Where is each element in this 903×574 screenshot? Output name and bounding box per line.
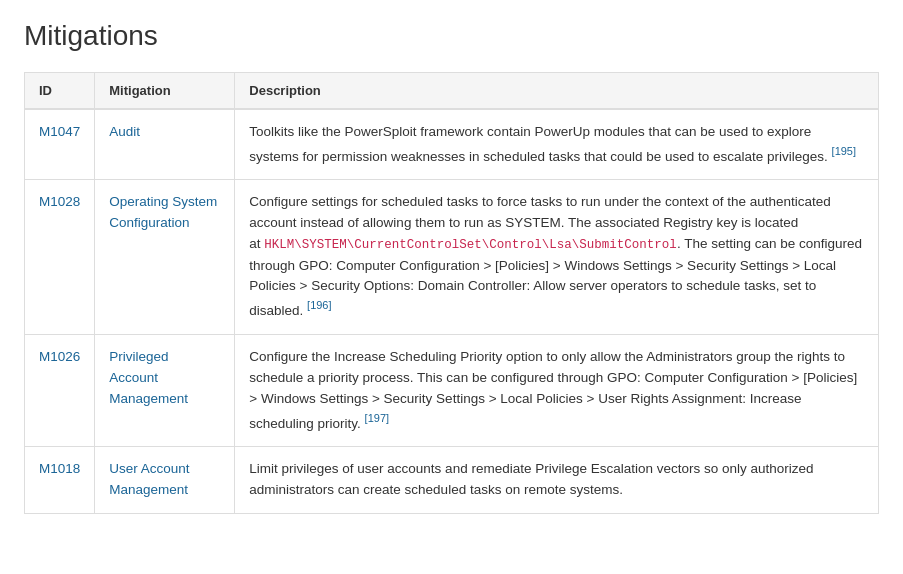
id-link[interactable]: M1018 (39, 461, 80, 476)
col-header-id: ID (25, 73, 95, 110)
page-title: Mitigations (24, 20, 879, 52)
reference: [196] (307, 299, 331, 311)
table-row: M1018User Account ManagementLimit privil… (25, 447, 879, 514)
table-header-row: ID Mitigation Description (25, 73, 879, 110)
mitigation-link[interactable]: Privileged Account Management (109, 349, 188, 406)
mitigations-table: ID Mitigation Description M1047AuditTool… (24, 72, 879, 514)
col-header-description: Description (235, 73, 879, 110)
id-link[interactable]: M1028 (39, 194, 80, 209)
mitigation-link[interactable]: Audit (109, 124, 140, 139)
reference: [195] (832, 145, 856, 157)
mitigation-link[interactable]: User Account Management (109, 461, 189, 497)
id-link[interactable]: M1047 (39, 124, 80, 139)
table-row: M1047AuditToolkits like the PowerSploit … (25, 109, 879, 180)
description-cell: Configure the Increase Scheduling Priori… (235, 334, 879, 446)
table-row: M1026Privileged Account ManagementConfig… (25, 334, 879, 446)
description-cell: Limit privileges of user accounts and re… (235, 447, 879, 514)
col-header-mitigation: Mitigation (95, 73, 235, 110)
code-text: HKLM\SYSTEM\CurrentControlSet\Control\Ls… (264, 238, 677, 252)
mitigation-link[interactable]: Operating System Configuration (109, 194, 217, 230)
id-link[interactable]: M1026 (39, 349, 80, 364)
description-cell: Toolkits like the PowerSploit framework … (235, 109, 879, 180)
description-cell: Configure settings for scheduled tasks t… (235, 180, 879, 334)
reference: [197] (365, 412, 389, 424)
table-row: M1028Operating System ConfigurationConfi… (25, 180, 879, 334)
